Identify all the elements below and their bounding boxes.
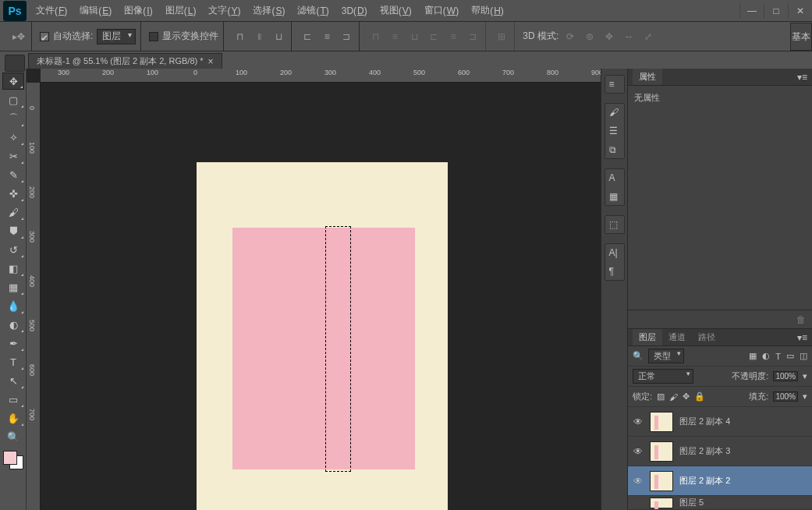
align-left-icon[interactable]: ⊏ — [300, 29, 315, 44]
menu-image[interactable]: 图像(I) — [118, 0, 158, 21]
lasso-tool[interactable]: ⌒ — [2, 110, 24, 127]
lock-transparency-icon[interactable]: ▨ — [657, 391, 665, 402]
3d-orbit-icon[interactable]: ⟳ — [562, 29, 578, 44]
align-top-icon[interactable]: ⊓ — [232, 29, 247, 44]
close-button[interactable]: ✕ — [789, 3, 812, 19]
show-transform-checkbox[interactable] — [149, 32, 158, 41]
filter-kind-select[interactable]: 类型 — [648, 349, 684, 363]
opacity-value-input[interactable]: 100% — [773, 371, 798, 381]
minimize-button[interactable]: — — [740, 3, 764, 19]
layers-menu-icon[interactable]: ▾≡ — [797, 332, 812, 343]
filter-shape-icon[interactable]: ▭ — [786, 351, 794, 361]
visibility-toggle-icon[interactable]: 👁 — [633, 416, 644, 427]
layer-row[interactable]: 👁 图层 2 副本 3 — [628, 437, 812, 466]
lock-all-icon[interactable]: 🔒 — [694, 391, 705, 402]
menu-window[interactable]: 窗口(W) — [418, 0, 465, 21]
move-tool[interactable]: ✥ — [2, 73, 24, 90]
align-right-icon[interactable]: ⊐ — [339, 29, 354, 44]
color-swatches[interactable] — [3, 451, 23, 469]
layer-thumbnail[interactable] — [650, 471, 673, 491]
trash-icon[interactable]: 🗑 — [796, 314, 806, 325]
canvas[interactable] — [41, 83, 601, 510]
filter-pixel-icon[interactable]: ▦ — [749, 351, 757, 361]
brush-presets-icon[interactable]: ☰ — [609, 126, 620, 136]
move-tool-preset-icon[interactable]: ▸✥ — [11, 29, 27, 44]
menu-layer[interactable]: 图层(L) — [159, 0, 203, 21]
marquee-tool[interactable]: ▢ — [2, 91, 24, 108]
fill-value-input[interactable]: 100% — [773, 391, 798, 402]
crop-tool[interactable]: ✂ — [2, 147, 24, 165]
blend-mode-select[interactable]: 正常 — [633, 369, 693, 384]
layer-row[interactable]: 图层 5 — [628, 496, 812, 510]
horizontal-ruler[interactable]: 300 200 100 0 100 200 300 400 500 600 70… — [41, 69, 601, 83]
paths-tab[interactable]: 路径 — [692, 329, 722, 345]
menu-file[interactable]: 文件(F) — [30, 0, 73, 21]
opacity-stepper-icon[interactable]: ▾ — [803, 371, 807, 381]
layer-thumbnail[interactable] — [650, 412, 673, 432]
maximize-button[interactable]: □ — [764, 3, 788, 19]
menu-help[interactable]: 帮助(H) — [465, 0, 510, 21]
blur-tool[interactable]: 💧 — [2, 297, 24, 314]
properties-tab[interactable]: 属性 — [633, 69, 662, 85]
paragraph-panel-icon[interactable]: A| — [609, 247, 620, 258]
align-vcenter-icon[interactable]: ⫴ — [251, 29, 267, 44]
zoom-tool[interactable]: 🔍 — [2, 428, 24, 445]
layer-name-label[interactable]: 图层 2 副本 2 — [679, 475, 730, 487]
brush-tool[interactable]: 🖌 — [2, 204, 24, 221]
menu-view[interactable]: 视图(V) — [374, 0, 418, 21]
layer-row-selected[interactable]: 👁 图层 2 副本 2 — [628, 466, 812, 496]
panel-menu-icon[interactable]: ▾≡ — [797, 72, 812, 83]
channels-tab[interactable]: 通道 — [662, 329, 692, 345]
layer-thumbnail[interactable] — [650, 498, 673, 508]
visibility-toggle-icon[interactable]: 👁 — [633, 476, 644, 487]
3d-slide-icon[interactable]: ↔ — [621, 29, 636, 44]
filter-type-icon[interactable]: T — [775, 352, 781, 361]
swatches-panel-icon[interactable]: ▦ — [609, 191, 620, 202]
3d-roll-icon[interactable]: ⊚ — [582, 29, 597, 44]
layer-row[interactable]: 👁 图层 2 副本 4 — [628, 407, 812, 437]
menu-select[interactable]: 选择(S) — [246, 0, 291, 21]
layer-thumbnail[interactable] — [650, 441, 673, 462]
shape-tool[interactable]: ▭ — [2, 391, 24, 408]
stamp-tool[interactable]: ⛊ — [2, 222, 24, 239]
auto-select-checkbox[interactable]: ✔ — [40, 32, 49, 41]
clone-source-icon[interactable]: ⧉ — [609, 144, 620, 155]
layer-name-label[interactable]: 图层 5 — [679, 497, 704, 508]
menu-filter[interactable]: 滤镜(T) — [291, 0, 335, 21]
path-select-tool[interactable]: ↖ — [2, 372, 24, 389]
type-tool[interactable]: T — [2, 353, 24, 370]
filter-smart-icon[interactable]: ◫ — [800, 351, 807, 361]
document-tab[interactable]: 未标题-1 @ 55.1% (图层 2 副本 2, RGB/8) * × — [28, 53, 222, 69]
fill-stepper-icon[interactable]: ▾ — [803, 391, 807, 402]
eraser-tool[interactable]: ◧ — [2, 260, 24, 277]
menu-type[interactable]: 文字(Y) — [202, 0, 246, 21]
menu-3d[interactable]: 3D(D) — [335, 0, 374, 21]
layer-name-label[interactable]: 图层 2 副本 4 — [679, 416, 730, 427]
align-bottom-icon[interactable]: ⊔ — [271, 29, 286, 44]
lock-pixels-icon[interactable]: 🖌 — [669, 392, 678, 402]
3d-pan-icon[interactable]: ✥ — [601, 29, 617, 44]
brush-panel-icon[interactable]: 🖌 — [609, 107, 620, 118]
app-logo[interactable]: Ps — [3, 1, 27, 21]
auto-select-target-select[interactable]: 图层 — [97, 29, 136, 44]
layers-tab[interactable]: 图层 — [633, 329, 662, 345]
healing-tool[interactable]: ✜ — [2, 185, 24, 202]
history-brush-tool[interactable]: ↺ — [2, 241, 24, 258]
pen-tool[interactable]: ✒ — [2, 335, 24, 352]
gradient-tool[interactable]: ▦ — [2, 278, 24, 296]
menu-edit[interactable]: 编辑(E) — [73, 0, 118, 21]
history-panel-icon[interactable]: ≡ — [609, 79, 620, 90]
vertical-ruler[interactable]: 0 100 200 300 400 500 600 700 — [27, 83, 41, 510]
visibility-toggle-icon[interactable]: 👁 — [633, 446, 644, 457]
layer-name-label[interactable]: 图层 2 副本 3 — [679, 445, 730, 457]
3d-panel-icon[interactable]: ⬚ — [609, 219, 620, 230]
magic-wand-tool[interactable]: ✧ — [2, 129, 24, 146]
workspace-switcher-button[interactable]: 基本 — [790, 23, 812, 51]
align-hcenter-icon[interactable]: ≡ — [319, 29, 335, 44]
styles-panel-icon[interactable]: ¶ — [609, 266, 620, 277]
hand-tool[interactable]: ✋ — [2, 409, 24, 427]
dodge-tool[interactable]: ◐ — [2, 316, 24, 333]
character-panel-icon[interactable]: A — [609, 172, 620, 183]
filter-adjust-icon[interactable]: ◐ — [762, 351, 770, 361]
3d-scale-icon[interactable]: ⤢ — [640, 29, 656, 44]
